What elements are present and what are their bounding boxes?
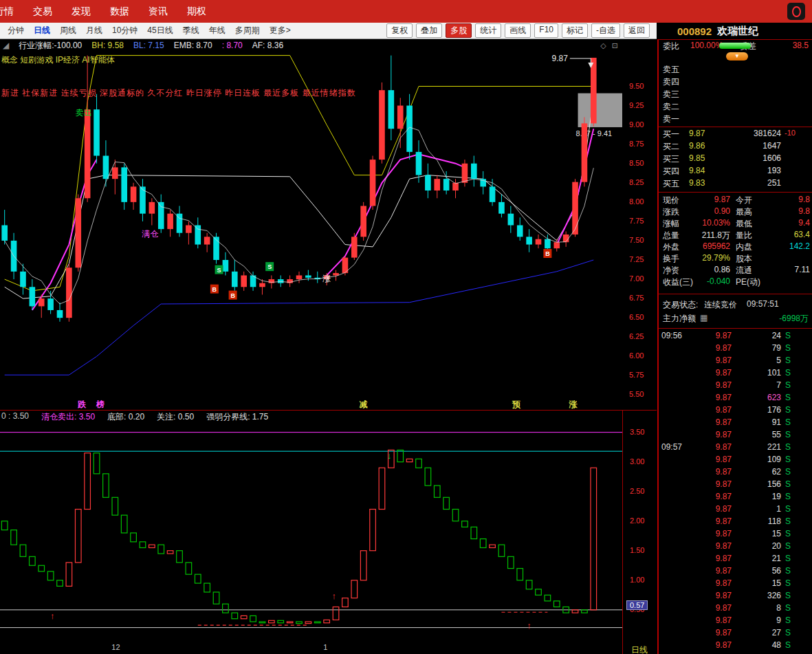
tick-side-flag: S [785, 393, 791, 402]
menu-item-5[interactable]: 期权 [177, 0, 216, 23]
toolbar-button-4[interactable]: 画线 [505, 23, 531, 38]
toolbar-button-2[interactable]: 多股 [446, 23, 472, 38]
tick-side-flag: S [785, 566, 791, 576]
tick-row: 9.8755S [659, 430, 812, 442]
bid-volume: 1606 [719, 153, 781, 163]
price-tick: 8.50 [629, 159, 644, 167]
ask-row-1[interactable]: 卖四 [659, 76, 812, 88]
stat-label: 今开 [736, 195, 752, 206]
period-tabs: 分钟日线周线月线10分钟45日线季线年线多周期更多> [3, 25, 296, 36]
tick-volume: 21 [733, 554, 781, 563]
svg-text:B: B [212, 286, 217, 293]
toolbar-button-3[interactable]: 统计 [475, 23, 501, 38]
ask-row-0[interactable]: 卖五 [659, 64, 812, 76]
tick-row: 9.87101S [659, 368, 812, 380]
tick-volume: 5 [733, 356, 781, 365]
menu-item-3[interactable]: 数据 [100, 0, 139, 23]
bid-row-2[interactable]: 买三9.851606 [659, 153, 812, 165]
trade-status-label: 交易状态: [663, 299, 698, 311]
period-tab-4[interactable]: 10分钟 [107, 25, 142, 36]
stat-row-4: 外盘695962内盘142.2 [659, 241, 812, 253]
tick-row: 9.8748S [659, 640, 812, 652]
period-tab-9[interactable]: 更多> [265, 25, 296, 36]
price-tick: 5.75 [629, 371, 644, 379]
stock-title: 000892 欢瑞世纪 [657, 23, 812, 39]
ask-row-2[interactable]: 卖三 [659, 89, 812, 100]
bid-row-1[interactable]: 买二9.861647 [659, 141, 812, 153]
tick-side-flag: S [785, 479, 791, 489]
period-tab-2[interactable]: 周线 [55, 25, 81, 36]
tick-row: 9.87176S [659, 405, 812, 417]
stat-row-2: 涨幅10.03%最低9.4 [659, 218, 812, 230]
menu-item-1[interactable]: 交易 [23, 0, 62, 23]
price-tick: 9.00 [629, 120, 644, 129]
diamond-icon[interactable]: ◇ [600, 41, 606, 50]
bid-row-4[interactable]: 买五9.83251 [659, 178, 812, 190]
collapse-button[interactable]: ▼ [726, 52, 748, 61]
chart-annotation: 卖出 [76, 108, 92, 118]
main-flow-row: 主力净额 ▦ -6998万 [659, 313, 812, 325]
tick-price: 9.87 [686, 467, 732, 477]
tick-volume: 7 [733, 380, 781, 390]
svg-text:B: B [545, 250, 550, 257]
tick-price: 9.87 [686, 343, 732, 353]
main-kline-chart[interactable]: 8.97 - 9.41卖出满仓涨SSBBB9.87 [0, 52, 622, 399]
toolbar-button-5[interactable]: F10 [534, 23, 558, 38]
bid-price: 9.84 [689, 166, 705, 175]
stat-label: 现价 [663, 195, 679, 206]
buy-arrow-icon: ↑ [50, 611, 55, 621]
stat-value: 211.8万 [686, 230, 730, 241]
tick-volume: 623 [733, 393, 781, 402]
period-tab-0[interactable]: 分钟 [3, 25, 29, 36]
tick-price: 9.87 [686, 516, 732, 526]
toolbar-button-7[interactable]: -自选 [591, 23, 620, 38]
tick-volume: 118 [733, 516, 781, 526]
period-tab-3[interactable]: 月线 [81, 25, 107, 36]
period-tab-6[interactable]: 季线 [178, 25, 204, 36]
tick-volume: 91 [733, 417, 781, 427]
window-icon[interactable]: ▦ [700, 313, 707, 323]
toolbar-button-0[interactable]: 复权 [386, 23, 413, 38]
period-tab-8[interactable]: 多周期 [230, 25, 265, 36]
tick-volume: 9 [733, 615, 781, 625]
price-tick: 7.75 [629, 217, 644, 225]
tick-side-flag: S [785, 467, 791, 477]
indicator-value-0: 行业涨幅:-100.00 [19, 40, 82, 52]
toolbar-button-1[interactable]: 叠加 [416, 23, 442, 38]
toolbar-button-6[interactable]: 标记 [562, 23, 588, 38]
tick-price: 9.87 [686, 356, 732, 365]
tick-price: 9.87 [686, 393, 732, 402]
ask-row-4[interactable]: 卖一 [659, 113, 812, 125]
stat-label: 量比 [736, 230, 752, 241]
tick-row: 09:579.87221S [659, 442, 812, 454]
period-tab-1[interactable]: 日线 [29, 25, 55, 36]
tick-price: 9.87 [686, 578, 732, 588]
chart-annotation: 涨 [322, 274, 331, 283]
period-tab-7[interactable]: 年线 [204, 25, 230, 36]
flow-bar [719, 43, 751, 49]
browser-icon[interactable] [787, 3, 805, 20]
svg-text:S: S [267, 263, 272, 270]
ask-label: 卖四 [663, 76, 679, 88]
bid-row-0[interactable]: 买一9.87381624-10 [659, 129, 812, 140]
bid-change: -10 [784, 129, 795, 137]
sub-indicator-chart[interactable]: ↓↑↑↑ [0, 422, 622, 643]
indicator-info-bar: ◢行业涨幅:-100.00BH: 9.58BL: 7.15EMB: 8.70: … [0, 39, 622, 52]
bid-volume: 193 [719, 166, 781, 175]
menu-item-2[interactable]: 发现 [62, 0, 100, 23]
stat-label: 最低 [736, 218, 752, 230]
period-tab-5[interactable]: 45日线 [142, 25, 177, 36]
bid-row-3[interactable]: 买四9.84193 [659, 166, 812, 177]
tick-row: 9.8715S [659, 578, 812, 590]
bid-label: 买一 [663, 129, 679, 140]
stat-row-3: 总量211.8万量比63.4 [659, 230, 812, 241]
stat-value: 9.8 [763, 195, 810, 204]
ask-row-3[interactable]: 卖二 [659, 101, 812, 113]
menu-item-4[interactable]: 资讯 [139, 0, 177, 23]
price-tick: 8.75 [629, 140, 644, 148]
expand-icon[interactable]: ◢ [3, 41, 9, 50]
tick-row: 9.8727S [659, 628, 812, 640]
menu-item-0[interactable]: 行情 [0, 0, 23, 23]
toolbar-button-8[interactable]: 返回 [624, 23, 650, 38]
window-icon[interactable]: ⊡ [612, 41, 618, 50]
